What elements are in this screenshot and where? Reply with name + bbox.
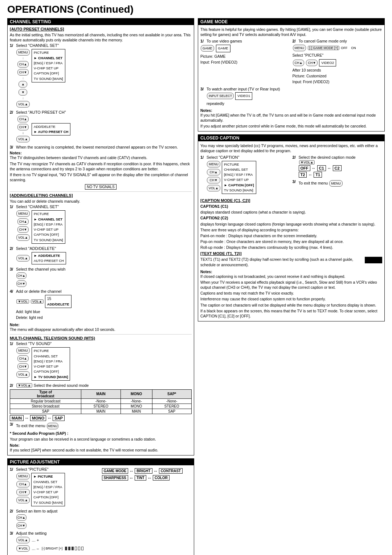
after-10: After 10 seconds [293, 68, 383, 73]
pic-menu: ► PICTURE CHANNEL SET [ENG] / ESP / FRA … [31, 473, 65, 506]
caption2-desc: displays foreign language closed caption… [200, 222, 382, 227]
caption1-label: CAPTION1 (C1) [200, 204, 382, 209]
auto-preset-step2: 2/ Select "AUTO PRESET CH" CH▲ CH▼ ↕ VOL… [10, 110, 192, 144]
ch-up-2: CH▲ [17, 116, 29, 122]
ch-up-step3: CH▲ [16, 272, 26, 279]
ch-up-add: CH▲ [17, 218, 29, 225]
auto-preset-intro: As the initial setting, this TV has memo… [10, 32, 192, 42]
ch-down-pic2: CH▼ [16, 522, 26, 529]
picture-adjustment-section: PICTURE ADJUSTMENT 1/ Select "PICTURE" M… [7, 458, 194, 555]
game-label-box: GAME [216, 45, 230, 52]
ch-up-pic2: CH▲ [16, 514, 26, 521]
mts-menu: PICTURE CHANNEL SET [ENG] / ESP / FRA V-… [32, 347, 70, 381]
gm-step2: 2/ To cancel Game mode only [293, 39, 383, 43]
no-tv-signals-box: NO TV SIGNALS [85, 184, 117, 190]
add-del-step1: 1/ Select "CHANNEL SET" MENU CH▲ CH▼ VOL… [10, 204, 192, 245]
text-mode-desc: TEXT1 (T1) and TEXT2 (T2) display half-s… [200, 257, 361, 267]
cc-notes-label: Notes: [200, 270, 382, 274]
brightness-bar [65, 547, 84, 550]
add-delete-box: 15 ADD/DELETE [45, 295, 72, 308]
cc-step1: 1/ Select "CAPTION" MENU CH▲ CH▼ VOL▲ [200, 155, 290, 196]
chd-mts: CH▼ [17, 363, 29, 370]
auto-preset-notes-label: Notes: [10, 151, 192, 155]
pic-flow1: GAME MODE ↔ BRIGHT ↔ CONTRAST [102, 468, 192, 474]
auto-preset-note3: If there is no TV signal input, "NO TV S… [10, 172, 192, 182]
vol-down-button: ▼ [19, 89, 27, 96]
paint-on: Paint-on mode : Displays input character… [200, 233, 382, 238]
delete-label: Delete: light red [16, 315, 72, 320]
picture-adjustment-header: PICTURE ADJUSTMENT [8, 459, 194, 465]
closed-caption-section: CLOSED CAPTION You may view specially la… [198, 134, 385, 321]
vol-up-button: ▲ [19, 81, 27, 88]
add-del-step4: 4/ Add or delete the channel ▼VOL VOL▲ 1… [10, 289, 192, 321]
mts-step1: 1/ Select "TV SOUND" MENU CH▲ CH▼ VOL▲ [10, 341, 192, 382]
caption2-label: CAPTION2 (C2) [200, 215, 382, 220]
game-mode-section: GAME MODE This feature is helpful for pl… [198, 18, 385, 131]
game-mode-section-header: GAME MODE [198, 19, 384, 25]
ch-pic: CH▲ [16, 481, 30, 487]
cc-intro: You may view specially labeled (cc) TV p… [200, 143, 382, 153]
mts-step2: 2/ ▼VOL▲ Select the desired sound mode [10, 383, 192, 388]
game-button: GAME [201, 45, 214, 52]
gm-note1: If you hit [GAME] when the TV is off, th… [200, 113, 382, 123]
game-mode-intro: This feature is helpful for playing vide… [200, 27, 382, 37]
chd-cc: CH▼ [207, 177, 220, 183]
menu-button: MENU [16, 49, 30, 56]
vol-add: VOL▲ [16, 234, 30, 241]
adding-deleting-header: [ADDING/DELETING CHANNELS] [10, 193, 192, 198]
cc-note1: If closed captioning is not broadcasted,… [200, 274, 382, 279]
vol-plus-icon: VOL▲ [31, 299, 44, 304]
add-delete-menu: ► ADD/DELETE AUTO PRESET CH [32, 252, 66, 265]
mts-header: MULTI-CHANNEL TELEVISION SOUND (MTS) [10, 336, 192, 340]
sap-label: * Second Audio Program (SAP) : [10, 431, 192, 436]
adding-deleting-intro: You can add or delete channels manually. [10, 199, 192, 204]
vol-cc-lr: ▼VOL▲ [299, 160, 315, 165]
pic-step2: 2/ Select an item to adjust CH▲ CH▼ [10, 509, 100, 530]
vol-pic: VOL▲ [16, 497, 30, 503]
gm-note2: If you adjust another picture control wh… [200, 123, 382, 129]
auto-preset-step1: 1/ Select "CHANNEL SET" MENU ↕ CH▲ CH▼ ↕… [10, 43, 192, 109]
vol-step2: VOL▲ [16, 255, 30, 262]
closed-caption-header: CLOSED CAPTION [198, 135, 384, 141]
menu-mts: MENU [16, 347, 30, 354]
text-mode-black-box [365, 257, 382, 263]
mts-modes-flow: MAIN ↔ MONO ↔ SAP [10, 415, 192, 421]
repeatedly-label: repeatedly [207, 101, 280, 106]
ch-down-add: CH▼ [17, 226, 29, 233]
ch-gm: CH▲ [293, 60, 305, 66]
auto-preset-step3: 3/ When the scanning is completed, the l… [10, 145, 192, 149]
chd-gm: CH▼ [306, 60, 318, 66]
input-front: Input: Front (VIDEO2) [200, 60, 290, 65]
channel-setting-header: CHANNEL SETTING [8, 19, 194, 25]
auto-preset-header: [AUTO PRESET CHANNELS] [10, 27, 192, 31]
input-select-btn: INPUT SELECT [207, 93, 234, 99]
channel-set-menu-add: PICTURE ► CHANNEL SET [ENG] / ESP / FRA … [32, 210, 65, 244]
table-header-type: Type ofbroadcast [10, 389, 81, 398]
video1-box: VIDEO1 [235, 92, 252, 100]
cc-note3: Captions and texts may not match the TV … [200, 291, 382, 296]
game-mode-minus: [-] GAME MODE [+] [308, 46, 339, 50]
video2-box: VIDEO2 [319, 59, 336, 66]
add-label: Add: light blue [16, 309, 72, 314]
caption-mode-c1c2-header: [CAPTION MODE (C1, C2)] [200, 198, 382, 203]
ch-down-2: CH▼ [17, 124, 29, 130]
vol-mts-lr: ▼VOL▲ [16, 383, 32, 388]
picture-game: Picture: GAME [200, 54, 290, 59]
menu-exit-cc: MENU [329, 180, 343, 187]
vol-cc: VOL▲ [207, 185, 220, 191]
menu-add-del: MENU [16, 210, 30, 217]
pic-step3: 3/ Adjust the setting VOL▲ … + ▼VOL … – … [10, 531, 192, 553]
caption-text-flow: T2 ↔ T1 [299, 172, 356, 178]
gm-step3: 3/ To watch another input (TV or Rear In… [200, 87, 382, 106]
cc-step2: 2/ Select the desired caption mode ▼VOL▲… [293, 155, 383, 178]
table-row-regular: Regular broadcast -None- -None- -None- [10, 398, 192, 404]
vol-adj: VOL▲ [16, 537, 30, 543]
three-ways: There are three ways of displaying accor… [200, 227, 382, 232]
cc-note2: When your TV receives a special effects … [200, 280, 382, 290]
cc-note4: Interference may cause the closed captio… [200, 296, 382, 301]
select-picture: Select "PICTURE" [293, 53, 383, 58]
mts-note-label: Note: [10, 443, 192, 447]
menu-gm: MENU [293, 45, 306, 51]
menu-cc: MENU [207, 161, 220, 167]
ch-up-button: CH▲ [17, 61, 29, 68]
